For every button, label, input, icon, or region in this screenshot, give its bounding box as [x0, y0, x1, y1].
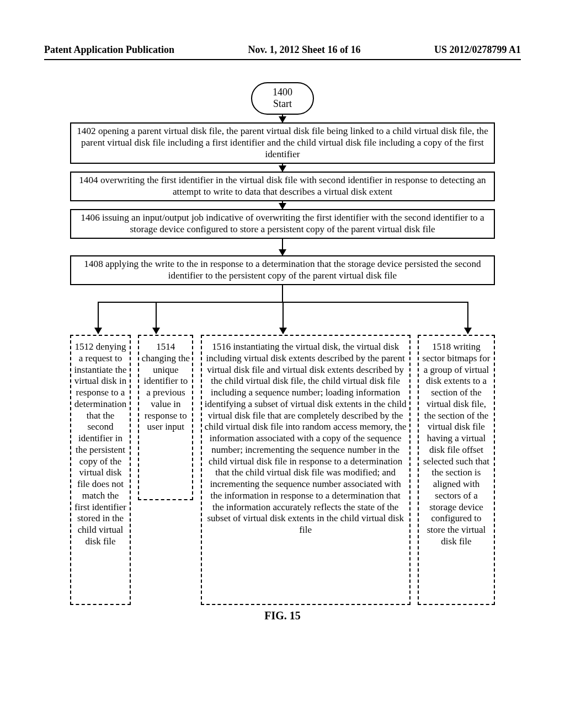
flowchart: 1400 Start 1402 opening a parent virtual…	[70, 82, 495, 622]
header-center: Nov. 1, 2012 Sheet 16 of 16	[248, 44, 361, 56]
branch-1518: 1518 writing sector bitmaps for a group …	[418, 335, 495, 605]
arrow-down-icon	[282, 239, 283, 255]
branch-1512: 1512 denying a request to instantiate th…	[70, 335, 131, 605]
arrow-down-icon	[282, 201, 283, 209]
start-number: 1400	[252, 87, 313, 98]
branch-row: 1512 denying a request to instantiate th…	[70, 335, 495, 605]
header-right: US 2012/0278799 A1	[434, 44, 521, 56]
flow-start: 1400 Start	[251, 82, 314, 115]
step-1404: 1404 overwriting the first identifier in…	[70, 172, 495, 201]
header-rule	[44, 59, 521, 60]
arrow-down-icon	[282, 115, 283, 122]
start-label: Start	[252, 98, 313, 110]
step-1406: 1406 issuing an input/output job indicat…	[70, 209, 495, 239]
fan-connector	[70, 285, 495, 335]
branch-1514: 1514 changing the unique identifier to a…	[138, 335, 193, 500]
branch-1516: 1516 instantiating the virtual disk, the…	[201, 335, 411, 605]
arrow-down-icon	[282, 164, 283, 172]
step-1408: 1408 applying the write to the in respon…	[70, 255, 495, 285]
header-left: Patent Application Publication	[44, 44, 174, 56]
step-1402: 1402 opening a parent virtual disk file,…	[70, 122, 495, 164]
figure-label: FIG. 15	[70, 609, 495, 622]
